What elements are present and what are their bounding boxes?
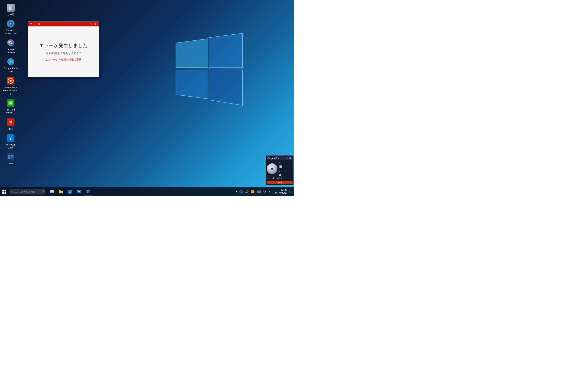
drag-disc-title: Drag-to-Disc (268, 157, 280, 160)
svg-text:e: e (70, 190, 71, 194)
windows-start-icon (2, 190, 6, 194)
fudeo-label: 筆王 (8, 127, 13, 130)
close-notify-icon[interactable]: ✕ (267, 189, 272, 194)
dialog-error-subtitle: 最新の情報に更新しますか? (46, 51, 81, 55)
chrome-icon (6, 38, 15, 47)
security-icon[interactable]: 🛡 (262, 189, 267, 194)
canon-label: Canon IJ Network Tool (3, 29, 18, 35)
svg-marker-0 (176, 39, 208, 68)
news-label: news (8, 162, 14, 165)
taskbar-search-placeholder: ここに入力して検索 (14, 190, 35, 194)
microphone-icon[interactable]: 🎤 (41, 190, 44, 193)
dialog-window: ニュース ─ □ ✕ エラーが発生しました 最新の情報に更新しますか? このペー… (28, 22, 99, 77)
dialog-close-button[interactable]: ✕ (93, 22, 97, 26)
taskbar-news-active[interactable] (84, 188, 92, 196)
trash-label: ごみ箱 (7, 13, 14, 16)
svg-marker-2 (176, 70, 208, 99)
svg-rect-32 (2, 192, 4, 194)
desktop-icon-sfcard[interactable]: SF SFCard Viewer 2 (2, 97, 19, 116)
svg-rect-37 (52, 192, 54, 193)
keyboard-icon[interactable]: ⌨ (256, 189, 262, 194)
desktop: 🗑 ごみ箱 C Canon IJ Network Tool (0, 0, 294, 196)
taskbar-apps: e (48, 188, 92, 196)
taskbar-explorer[interactable] (57, 188, 65, 196)
drag-disc-action-3[interactable]: ? (279, 169, 282, 172)
taskbar-notification-area: ∧ 🌐 🔊 📶 ⌨ 🛡 ✕ (234, 189, 272, 194)
drag-disc-minimize[interactable]: ─ (286, 157, 288, 160)
svg-point-9 (10, 42, 12, 44)
desktop-icon-trash[interactable]: 🗑 ごみ箱 (2, 2, 19, 17)
drag-disc-action-4[interactable]: ⏏ (279, 173, 282, 176)
notification-chevron[interactable]: ∧ (235, 190, 238, 194)
desktop-icon-roxio[interactable]: Roxio Easy Media Creator 9 (2, 75, 19, 96)
svg-rect-45 (88, 191, 90, 192)
svg-rect-27 (10, 156, 14, 157)
earth-label: Google Earth Pro (3, 67, 18, 73)
drag-disc-controls: ─ ✕ (286, 157, 292, 160)
action-center-icon[interactable]: □ (289, 189, 292, 194)
sfcard-icon: SF (6, 99, 15, 107)
taskbar-mail[interactable] (75, 188, 84, 196)
dialog-minimize-button[interactable]: ─ (84, 22, 88, 26)
drag-disc-body: ≡ 📋 ? ⏏ (267, 161, 292, 176)
drag-disc-titlebar: Drag-to-Disc ─ ✕ (267, 156, 292, 160)
news-icon (6, 152, 15, 161)
desktop-icon-fudeo[interactable]: 筆 筆王 (2, 116, 19, 132)
roxio-label: Roxio Easy Media Creator 9 (3, 86, 18, 95)
svg-rect-28 (10, 157, 14, 158)
fudeo-icon: 筆 (6, 118, 15, 126)
svg-rect-43 (86, 190, 88, 193)
svg-rect-25 (8, 155, 10, 159)
svg-marker-3 (209, 70, 242, 105)
svg-rect-30 (2, 190, 4, 192)
dialog-title: ニュース (30, 22, 40, 26)
news-taskbar-icon (86, 190, 90, 194)
desktop-icon-edge[interactable]: e Microsoft Edge (2, 132, 19, 151)
clock-time: 17:00 (275, 188, 286, 192)
edge-icon: e (6, 134, 15, 142)
edge-label: Microsoft Edge (3, 143, 18, 149)
explorer-icon (59, 190, 63, 194)
desktop-icon-chrome[interactable]: Google Chrome (2, 37, 19, 56)
trash-icon: 🗑 (6, 4, 15, 12)
task-view-icon (50, 190, 54, 193)
edge-taskbar-icon: e (68, 190, 72, 194)
desktop-icon-earth[interactable]: Google Earth Pro (2, 56, 19, 74)
svg-point-16 (10, 80, 12, 82)
svg-text:e: e (10, 136, 12, 141)
chrome-label: Google Chrome (3, 48, 18, 54)
earth-icon (6, 58, 15, 66)
network-icon[interactable]: 🌐 (238, 189, 244, 194)
svg-rect-36 (50, 192, 52, 193)
sfcard-label: SFCard Viewer 2 (3, 108, 18, 114)
taskbar-task-view[interactable] (48, 188, 56, 196)
clock-date: 2018/07/10 (275, 192, 286, 195)
svg-rect-34 (50, 190, 52, 192)
system-clock[interactable]: 17:00 2018/07/10 (273, 188, 288, 196)
roxio-icon (6, 76, 15, 85)
dialog-titlebar: ニュース ─ □ ✕ (28, 22, 99, 26)
desktop-icon-news[interactable]: news (2, 151, 19, 166)
cd-hole (271, 168, 273, 170)
taskbar-edge[interactable]: e (66, 188, 74, 196)
svg-rect-38 (59, 191, 63, 194)
drag-disc-close[interactable]: ✕ (289, 157, 292, 160)
svg-rect-35 (52, 190, 54, 192)
desktop-icon-canon[interactable]: C Canon IJ Network Tool (2, 18, 19, 36)
search-icon: ○ (11, 190, 13, 194)
taskbar-search-bar[interactable]: ○ ここに入力して検索 🎤 (10, 189, 46, 194)
svg-point-13 (10, 60, 12, 63)
drag-disc-action-2[interactable]: 📋 (279, 165, 282, 168)
dialog-controls: ─ □ ✕ (84, 22, 97, 26)
svg-rect-26 (10, 155, 14, 156)
drag-disc-action-1[interactable]: ≡ (279, 161, 282, 164)
drag-disc-cd-icon (267, 163, 278, 174)
dialog-maximize-button[interactable]: □ (89, 22, 93, 26)
dialog-refresh-link[interactable]: このページを最新の情報に更新 (45, 58, 82, 62)
svg-text:SF: SF (10, 102, 12, 104)
wifi-icon[interactable]: 📶 (250, 189, 255, 194)
volume-icon[interactable]: 🔊 (244, 189, 250, 194)
desktop-icons: 🗑 ごみ箱 C Canon IJ Network Tool (2, 2, 19, 166)
roxio-brand: roxio (267, 181, 292, 184)
taskbar-start-button[interactable] (0, 188, 8, 196)
